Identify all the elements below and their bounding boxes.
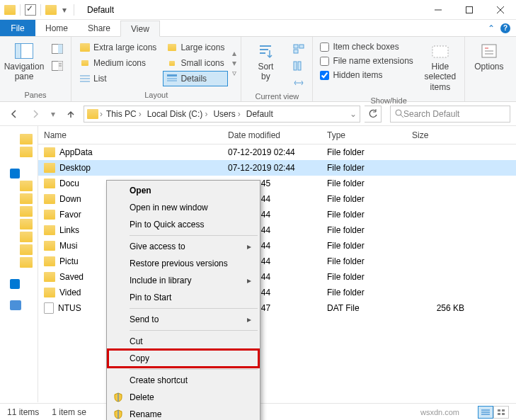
layout-small[interactable]: Small icons bbox=[163, 55, 228, 71]
ctx-include-library[interactable]: Include in library▸ bbox=[108, 272, 258, 289]
search-input[interactable] bbox=[403, 109, 505, 119]
layout-medium[interactable]: Medium icons bbox=[76, 55, 160, 71]
tab-home[interactable]: Home bbox=[35, 20, 78, 36]
crumb-default[interactable]: Default bbox=[244, 109, 275, 119]
ribbon-collapse-icon[interactable]: ⌃ bbox=[488, 23, 495, 33]
ctx-open-new-window[interactable]: Open in new window bbox=[108, 199, 258, 216]
tab-view[interactable]: View bbox=[120, 21, 160, 37]
hide-selected-button[interactable]: Hide selected items bbox=[420, 40, 460, 95]
maximize-button[interactable] bbox=[454, 0, 485, 20]
tree-onedrive-icon[interactable] bbox=[10, 169, 20, 178]
svg-rect-7 bbox=[58, 45, 63, 54]
tree-pc-icon[interactable] bbox=[10, 300, 21, 310]
table-row[interactable]: AppData07-12-2019 02:44File folder bbox=[38, 144, 516, 160]
column-type[interactable]: Type bbox=[321, 126, 406, 144]
tree-folder-icon[interactable] bbox=[20, 206, 33, 217]
hidden-items-toggle[interactable]: Hidden items bbox=[317, 68, 415, 82]
ctx-separator bbox=[130, 235, 258, 236]
ctx-rename[interactable]: Rename bbox=[108, 406, 258, 420]
recent-locations-button[interactable]: ▾ bbox=[48, 106, 58, 123]
tab-file[interactable]: File bbox=[0, 20, 35, 36]
forward-button[interactable] bbox=[27, 106, 44, 123]
ctx-cut[interactable]: Cut bbox=[108, 333, 258, 350]
row-type: File folder bbox=[327, 210, 365, 220]
file-name-extensions-checkbox[interactable] bbox=[320, 57, 329, 66]
tree-onedrive-icon[interactable] bbox=[10, 279, 20, 289]
tree-folder-icon[interactable] bbox=[20, 147, 33, 157]
column-name[interactable]: Name bbox=[38, 126, 222, 144]
tree-folder-icon[interactable] bbox=[20, 219, 33, 229]
row-type: File folder bbox=[327, 288, 365, 297]
refresh-button[interactable] bbox=[365, 106, 382, 123]
minimize-button[interactable] bbox=[423, 0, 454, 20]
ctx-open[interactable]: Open bbox=[108, 182, 258, 199]
tree-folder-icon[interactable] bbox=[20, 232, 33, 242]
column-size[interactable]: Size bbox=[406, 126, 470, 144]
ctx-give-access[interactable]: Give access to▸ bbox=[108, 238, 258, 255]
back-button[interactable] bbox=[6, 106, 23, 123]
tree-folder-icon[interactable] bbox=[20, 134, 33, 144]
details-view-toggle[interactable] bbox=[478, 406, 493, 419]
navigation-pane-icon bbox=[14, 42, 34, 59]
thumbnails-view-toggle[interactable] bbox=[493, 406, 509, 419]
crumb-users[interactable]: Users› bbox=[211, 109, 242, 119]
navigation-tree[interactable] bbox=[0, 126, 38, 402]
layout-list[interactable]: List bbox=[76, 71, 160, 86]
address-dropdown-icon[interactable]: ⌄ bbox=[350, 109, 357, 119]
group-by-button[interactable] bbox=[289, 41, 308, 57]
svg-point-31 bbox=[396, 110, 401, 115]
svg-rect-22 bbox=[299, 45, 304, 48]
preview-pane-button[interactable] bbox=[48, 41, 67, 57]
file-icon bbox=[44, 302, 54, 314]
hide-selected-label: Hide selected items bbox=[422, 62, 459, 92]
ctx-copy[interactable]: Copy bbox=[108, 350, 258, 367]
crumb-local-disk[interactable]: Local Disk (C:)› bbox=[145, 109, 210, 119]
row-date: 07-12-2019 02:44 bbox=[228, 147, 295, 157]
tree-folder-icon[interactable] bbox=[20, 181, 33, 191]
ctx-pin-start[interactable]: Pin to Start bbox=[108, 289, 258, 306]
group-current-view-label: Current view bbox=[246, 91, 308, 103]
layout-more-icon[interactable]: ▿ bbox=[232, 68, 236, 78]
row-name: Favor bbox=[59, 210, 81, 220]
chevron-right-icon[interactable]: › bbox=[100, 109, 103, 119]
options-button[interactable]: Options bbox=[469, 40, 509, 74]
tab-share[interactable]: Share bbox=[78, 20, 120, 36]
row-type: File folder bbox=[327, 194, 365, 204]
layout-scroll-down-icon[interactable]: ▾ bbox=[232, 58, 236, 68]
hidden-items-checkbox[interactable] bbox=[320, 71, 329, 80]
ctx-pin-quick-access[interactable]: Pin to Quick access bbox=[108, 216, 258, 233]
close-button[interactable] bbox=[485, 0, 516, 20]
up-button[interactable] bbox=[62, 106, 79, 123]
qat-checkbox-icon[interactable] bbox=[25, 4, 36, 16]
item-check-boxes-toggle[interactable]: Item check boxes bbox=[317, 40, 415, 54]
tree-folder-icon[interactable] bbox=[20, 193, 33, 204]
add-columns-button[interactable] bbox=[289, 58, 308, 74]
ctx-delete[interactable]: Delete bbox=[108, 389, 258, 406]
navigation-pane-button[interactable]: Navigation pane bbox=[4, 40, 44, 85]
layout-extra-large[interactable]: Extra large icons bbox=[76, 40, 160, 55]
ctx-send-to[interactable]: Send to▸ bbox=[108, 311, 258, 328]
search-box[interactable] bbox=[390, 106, 510, 123]
ctx-create-shortcut[interactable]: Create shortcut bbox=[108, 372, 258, 389]
row-name: Musi bbox=[59, 241, 77, 251]
tree-folder-icon[interactable] bbox=[20, 244, 33, 255]
tree-folder-icon[interactable] bbox=[20, 257, 33, 268]
crumb-this-pc[interactable]: This PC› bbox=[104, 109, 144, 119]
details-pane-button[interactable] bbox=[48, 58, 67, 74]
svg-rect-1 bbox=[466, 6, 473, 13]
size-columns-icon bbox=[293, 77, 304, 89]
size-columns-button[interactable] bbox=[289, 75, 308, 91]
layout-large[interactable]: Large icons bbox=[163, 40, 228, 55]
qat-overflow-icon[interactable]: ▾ bbox=[59, 5, 69, 15]
column-date[interactable]: Date modified bbox=[222, 126, 321, 144]
row-type: File folder bbox=[327, 241, 365, 251]
table-row[interactable]: Desktop07-12-2019 02:44File folder bbox=[38, 160, 516, 176]
file-name-extensions-toggle[interactable]: File name extensions bbox=[317, 54, 415, 68]
help-icon[interactable]: ? bbox=[500, 23, 510, 33]
layout-scroll-up-icon[interactable]: ▴ bbox=[232, 48, 236, 58]
ctx-restore-versions[interactable]: Restore previous versions bbox=[108, 255, 258, 272]
layout-details[interactable]: Details bbox=[163, 71, 228, 86]
sort-by-button[interactable]: Sort by bbox=[246, 40, 285, 91]
address-bar[interactable]: › This PC› Local Disk (C:)› Users› Defau… bbox=[84, 106, 360, 123]
item-check-boxes-checkbox[interactable] bbox=[320, 42, 329, 52]
